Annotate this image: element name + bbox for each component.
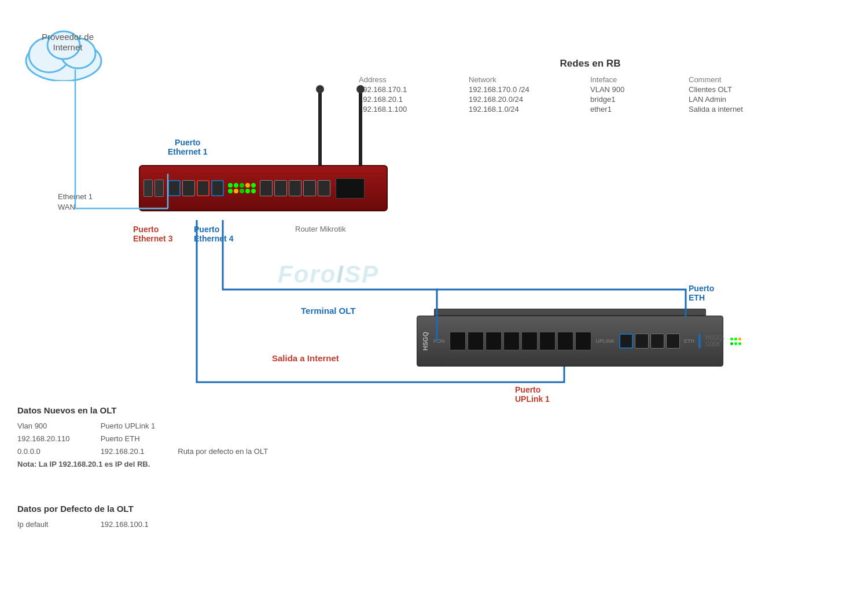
row3-comment: Salida a internet <box>689 105 804 113</box>
row2-address: 192.168.20.1 <box>359 95 463 104</box>
col-header-comment: Comment <box>689 75 804 84</box>
datos-defecto-title: Datos por Defecto de la OLT <box>17 504 149 514</box>
table-grid: Address Network Inteface Comment 192.168… <box>359 75 822 113</box>
dn-row1-col2: Puerto UPLink 1 <box>101 422 156 430</box>
datos-defecto-box: Datos por Defecto de la OLT Ip default 1… <box>17 504 149 531</box>
col-header-inteface: Inteface <box>590 75 683 84</box>
redes-table: Redes en RB Address Network Inteface Com… <box>359 58 822 113</box>
dn-row3-col3: Ruta por defecto en la OLT <box>178 447 268 456</box>
dn-row3-col2: 192.168.20.1 <box>101 445 176 458</box>
dn-row2-col2: Puerto ETH <box>101 434 140 443</box>
row2-comment: LAN Admin <box>689 95 804 104</box>
dd-row1-col2: 192.168.100.1 <box>101 520 149 529</box>
datos-nuevos-title: Datos Nuevos en la OLT <box>17 405 268 415</box>
datos-nuevos-box: Datos Nuevos en la OLT Vlan 900 Puerto U… <box>17 405 268 471</box>
puerto-eth4-label: PuertoEthernet 4 <box>194 225 233 243</box>
dn-row1-col1: Vlan 900 <box>17 420 98 433</box>
row1-address: 192.168.170.1 <box>359 85 463 94</box>
row1-inteface: VLAN 900 <box>590 85 683 94</box>
puerto-eth3-label: PuertoEthernet 3 <box>133 225 172 243</box>
datos-defecto-rows: Ip default 192.168.100.1 <box>17 518 149 531</box>
row3-address: 192.168.1.100 <box>359 105 463 113</box>
dn-row3-col1: 0.0.0.0 <box>17 445 98 458</box>
col-header-network: Network <box>469 75 584 84</box>
table-title: Redes en RB <box>359 58 822 69</box>
row1-network: 192.168.170.0 /24 <box>469 85 584 94</box>
puerto-uplink1-label: PuertoUPLink 1 <box>515 385 550 404</box>
dd-row1-col1: Ip default <box>17 518 98 531</box>
salida-internet-label: Salida a Internet <box>272 353 339 363</box>
row3-inteface: ether1 <box>590 105 683 113</box>
row1-comment: Clientes OLT <box>689 85 804 94</box>
puerto-eth-label: PuertoETH <box>689 284 714 302</box>
foro-watermark: ForoISP <box>278 261 379 288</box>
terminal-olt-label: Terminal OLT <box>301 306 355 316</box>
dn-row4-nota: Nota: La IP 192.168.20.1 es IP del RB. <box>17 460 150 468</box>
puerto-eth1-label: PuertoEthernet 1 <box>168 138 207 156</box>
router-mikrotik-label: Router Mikrotik <box>295 225 345 233</box>
ethernet1-wan-label: Ethernet 1 WAN <box>58 191 93 212</box>
olt-device: HSGQ PON UPLINK ETH HSGQ-G008 <box>417 316 723 367</box>
cloud-label: Proveedor de Internet <box>24 32 111 53</box>
col-header-address: Address <box>359 75 463 84</box>
dn-row2-col1: 192.168.20.110 <box>17 433 98 445</box>
datos-nuevos-rows: Vlan 900 Puerto UPLink 1 192.168.20.110 … <box>17 420 268 471</box>
row3-network: 192.168.1.0/24 <box>469 105 584 113</box>
row2-network: 192.168.20.0/24 <box>469 95 584 104</box>
row2-inteface: bridge1 <box>590 95 683 104</box>
